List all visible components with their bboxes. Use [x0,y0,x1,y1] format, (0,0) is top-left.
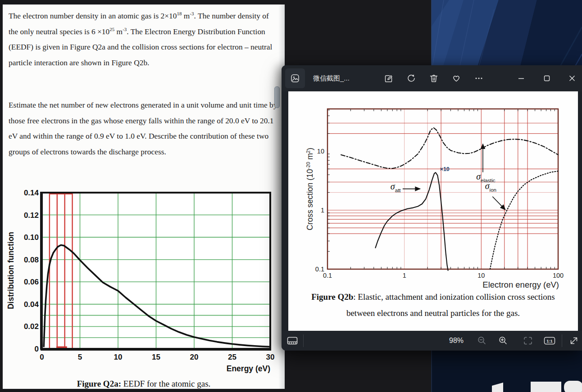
heart-icon [451,73,461,83]
document-scrollbar-thumb[interactable] [274,86,280,108]
filmstrip-toggle-button[interactable] [285,333,300,348]
svg-text:Electron energy (eV): Electron energy (eV) [482,280,559,289]
minimize-icon [518,75,524,81]
viewer-image-area: 0.11101000.1110Electron energy (eV)Cross… [282,91,582,331]
statusbar-separator-left [303,334,304,347]
svg-text:10: 10 [114,353,123,361]
svg-text:30: 30 [266,353,275,361]
svg-text:1:1: 1:1 [546,338,553,343]
svg-text:0.04: 0.04 [24,300,39,309]
svg-text:25: 25 [228,353,236,361]
close-icon [569,75,575,81]
figure-q2a-caption: Figure Q2a: EEDF for the atomic gas. [3,379,285,389]
close-button[interactable] [562,65,582,91]
svg-text:1: 1 [321,207,324,214]
see-more-button[interactable] [471,70,487,86]
figure-q2b-image: 0.11101000.1110Electron energy (eV)Cross… [288,91,578,331]
svg-text:5: 5 [78,353,82,361]
zoom-in-icon [498,336,508,346]
svg-text:0.14: 0.14 [24,189,39,197]
svg-text:Distribution function: Distribution function [6,232,15,309]
svg-text:0.1: 0.1 [323,272,332,279]
edit-image-icon [384,73,394,83]
svg-text:10: 10 [477,272,485,279]
figure-q2b-caption-line2: between electrons and neutral particles … [288,308,578,318]
filmstrip-icon [287,336,298,346]
svg-text:20: 20 [190,353,199,361]
svg-text:0: 0 [40,353,44,361]
svg-text:100: 100 [553,272,564,279]
svg-text:0.12: 0.12 [24,211,39,220]
photo-app-icon [290,73,300,83]
zoom-in-button[interactable] [496,333,511,348]
figure-q2a-caption-text: EEDF for the atomic gas. [121,379,210,388]
svg-text:0.02: 0.02 [24,322,39,331]
rotate-icon [406,73,416,83]
svg-text:15: 15 [152,353,160,361]
trash-icon [429,73,439,83]
problem-paragraph-2: Estimate the net number of new electrons… [9,97,279,159]
fit-to-window-icon [523,336,533,346]
svg-text:0: 0 [35,345,39,353]
svg-text:1: 1 [403,272,406,279]
svg-text:10: 10 [317,148,324,155]
svg-text:0.06: 0.06 [24,278,39,286]
svg-text:Energy (eV): Energy (eV) [227,364,270,373]
maximize-icon [544,75,550,81]
figure-q2a-chart: 05101520253000.020.040.060.080.100.120.1… [5,187,280,387]
figure-q2b-caption-text: : Elastic, attachment and ionization col… [353,292,555,302]
actual-size-icon: 1:1 [544,336,555,345]
fullscreen-button[interactable] [566,333,582,348]
problem-paragraph-1: The electron number density in an atomic… [9,8,279,70]
svg-text:0.10: 0.10 [24,233,39,242]
figure-q2a-caption-label: Figure Q2a: [77,379,121,388]
svg-text:×10: ×10 [440,166,450,172]
maximize-button[interactable] [537,65,557,91]
favorite-button[interactable] [448,70,464,86]
photos-app-button[interactable] [285,68,305,88]
actual-size-button[interactable]: 1:1 [542,333,557,348]
fullscreen-icon [569,336,579,346]
figure-q2b-caption-label: Figure Q2b [311,292,353,302]
figure-q2b-caption-line1: Figure Q2b: Elastic, attachment and ioni… [288,292,578,302]
svg-text:Cross section (10-20 m2): Cross section (10-20 m2) [305,148,314,230]
viewer-titlebar[interactable]: 微信截图_... [282,65,582,91]
statusbar-separator-right [562,334,562,347]
zoom-out-button[interactable] [474,333,490,348]
fit-to-window-button[interactable] [520,333,536,348]
document-page: The electron number density in an atomic… [3,5,285,389]
zoom-out-icon [477,336,487,346]
rotate-button[interactable] [403,70,419,86]
svg-text:0.1: 0.1 [315,266,324,273]
viewer-title: 微信截图_... [313,65,350,91]
delete-button[interactable] [426,70,442,86]
zoom-level-value: 98% [449,331,464,351]
photos-viewer-window: 微信截图_... [282,65,582,351]
svg-text:0.08: 0.08 [24,256,39,264]
edit-image-button[interactable] [381,70,397,86]
ellipsis-icon [474,73,484,83]
viewer-statusbar: 98% [282,331,582,351]
minimize-button[interactable] [511,65,532,91]
